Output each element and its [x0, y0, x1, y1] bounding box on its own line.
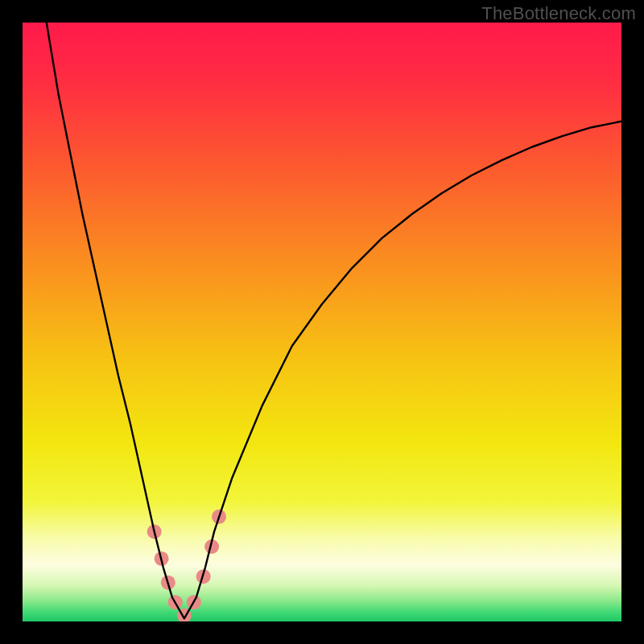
- plot-area: [23, 23, 621, 621]
- watermark-text: TheBottleneck.com: [481, 3, 636, 24]
- chart-frame: TheBottleneck.com: [0, 0, 644, 644]
- gradient-background: [23, 23, 621, 621]
- chart-svg: [23, 23, 621, 621]
